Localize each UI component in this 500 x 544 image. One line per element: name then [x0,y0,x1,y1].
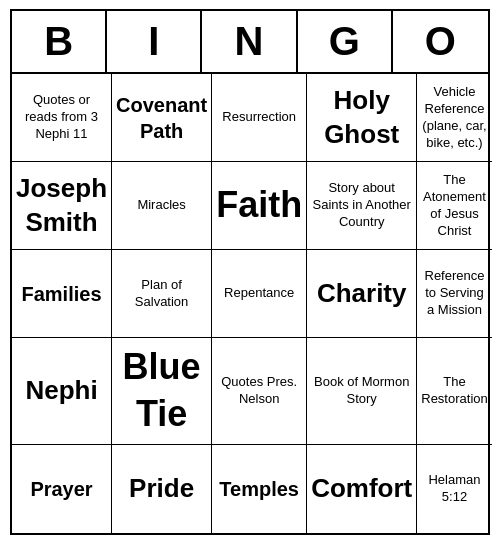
header-letter: I [107,11,202,72]
bingo-cell[interactable]: Story about Saints in Another Country [307,162,417,250]
bingo-cell[interactable]: Pride [112,445,212,533]
bingo-cell[interactable]: Plan of Salvation [112,250,212,338]
bingo-cell[interactable]: Holy Ghost [307,74,417,162]
bingo-cell[interactable]: Blue Tie [112,338,212,445]
bingo-cell[interactable]: Helaman 5:12 [417,445,491,533]
bingo-cell[interactable]: Faith [212,162,307,250]
bingo-cell[interactable]: Families [12,250,112,338]
bingo-grid: Quotes or reads from 3 Nephi 11Covenant … [12,74,488,533]
bingo-cell[interactable]: Covenant Path [112,74,212,162]
header-letter: N [202,11,297,72]
bingo-cell[interactable]: Temples [212,445,307,533]
bingo-cell[interactable]: Miracles [112,162,212,250]
header-letter: B [12,11,107,72]
bingo-cell[interactable]: Vehicle Reference (plane, car, bike, etc… [417,74,491,162]
header-letter: O [393,11,488,72]
bingo-header: BINGO [12,11,488,74]
header-letter: G [298,11,393,72]
bingo-cell[interactable]: Reference to Serving a Mission [417,250,491,338]
bingo-cell[interactable]: Nephi [12,338,112,445]
bingo-cell[interactable]: Quotes Pres. Nelson [212,338,307,445]
bingo-cell[interactable]: Repentance [212,250,307,338]
bingo-cell[interactable]: The Atonement of Jesus Christ [417,162,491,250]
bingo-card: BINGO Quotes or reads from 3 Nephi 11Cov… [10,9,490,535]
bingo-cell[interactable]: Charity [307,250,417,338]
bingo-cell[interactable]: Book of Mormon Story [307,338,417,445]
bingo-cell[interactable]: Quotes or reads from 3 Nephi 11 [12,74,112,162]
bingo-cell[interactable]: Comfort [307,445,417,533]
bingo-cell[interactable]: Resurrection [212,74,307,162]
bingo-cell[interactable]: Prayer [12,445,112,533]
bingo-cell[interactable]: Joseph Smith [12,162,112,250]
bingo-cell[interactable]: The Restoration [417,338,491,445]
